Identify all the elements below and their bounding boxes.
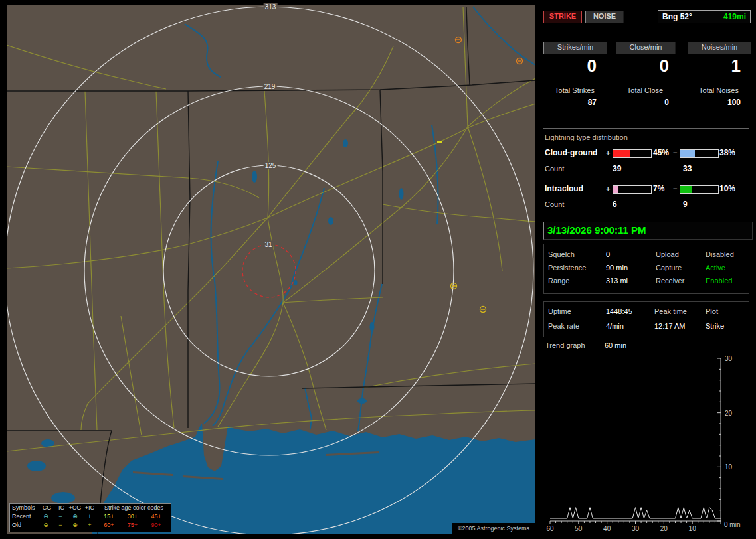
uptime-label: Uptime bbox=[548, 307, 571, 316]
squelch-value: 0 bbox=[606, 250, 610, 259]
upload-status: Disabled bbox=[706, 250, 734, 259]
age-code: 75+ bbox=[128, 521, 138, 530]
strikes-per-min-value: 0 bbox=[543, 56, 597, 77]
bearing-distance: 419mi bbox=[723, 12, 746, 21]
persistence-label: Persistence bbox=[548, 263, 586, 272]
receiver-label: Receiver bbox=[656, 276, 684, 285]
svg-text:20: 20 bbox=[660, 525, 668, 532]
upload-label: Upload bbox=[656, 250, 679, 259]
range-ring-label-219: 219 bbox=[263, 83, 277, 90]
close-per-min-value: 0 bbox=[616, 56, 669, 77]
noises-per-min-button[interactable]: Noises/min bbox=[688, 42, 751, 54]
svg-text:30: 30 bbox=[725, 355, 733, 362]
capture-status: Active bbox=[706, 263, 725, 272]
cloud-ground-count-row: Count 39 33 bbox=[541, 165, 756, 174]
svg-text:0 min: 0 min bbox=[724, 521, 740, 528]
total-close-value: 0 bbox=[616, 98, 669, 107]
separator bbox=[543, 128, 749, 129]
peak-rate-label: Peak rate bbox=[548, 321, 579, 331]
legend-row-recent-label: Recent bbox=[10, 512, 39, 521]
legend-symbols-header: Symbols bbox=[10, 504, 39, 512]
total-noises-value: 100 bbox=[688, 98, 741, 107]
svg-text:10: 10 bbox=[689, 525, 697, 532]
squelch-label: Squelch bbox=[548, 250, 575, 259]
date-time-display: 3/13/2026 9:00:11 PM bbox=[543, 222, 753, 240]
svg-text:10: 10 bbox=[725, 463, 733, 471]
cloud-ground-label: Cloud-ground bbox=[545, 149, 597, 157]
range-ring-label-313: 313 bbox=[264, 3, 278, 11]
age-code: 90+ bbox=[151, 521, 161, 530]
ic-minus-count: 9 bbox=[683, 200, 688, 209]
trend-window-value: 60 min bbox=[605, 341, 626, 349]
age-code: 15+ bbox=[104, 512, 114, 521]
minus-icon: − bbox=[53, 521, 68, 530]
total-close-label: Total Close bbox=[616, 86, 674, 94]
svg-text:30: 30 bbox=[632, 525, 640, 532]
range-label: Range bbox=[548, 276, 569, 285]
copyright-notice: ©2005 Astrogenic Systems bbox=[452, 523, 535, 534]
plus-icon: + bbox=[82, 521, 97, 530]
peak-time-label: Peak time bbox=[654, 307, 687, 316]
distribution-title: Lightning type distribution bbox=[545, 133, 628, 141]
ic-plus-bar bbox=[613, 185, 652, 194]
age-code: 60+ bbox=[104, 521, 114, 530]
ic-minus-percent: 10% bbox=[719, 185, 735, 193]
plot-mode-value: Strike bbox=[706, 321, 724, 331]
strike-toggle-button[interactable]: STRIKE bbox=[543, 11, 582, 23]
ic-minus-bar bbox=[680, 185, 719, 194]
svg-text:60: 60 bbox=[546, 525, 554, 532]
bearing-label: Bng 52° bbox=[662, 12, 692, 21]
range-ring-label-31: 31 bbox=[263, 241, 273, 248]
settings-box: Squelch 0 Upload Disabled Persistence 90… bbox=[543, 244, 749, 294]
distribution-row-intracloud: Intracloud + 7% − 10% bbox=[541, 185, 756, 194]
trend-graph-header: Trend graph 60 min bbox=[541, 341, 756, 350]
cg-minus-percent: 38% bbox=[719, 149, 735, 157]
intracloud-count-row: Count 6 9 bbox=[541, 200, 756, 210]
circle-minus-icon: ⊖ bbox=[39, 521, 53, 530]
range-ring-label-125: 125 bbox=[264, 162, 278, 169]
map-legend: Symbols -CG -IC +CG +IC Strike age color… bbox=[9, 503, 171, 532]
range-value: 313 mi bbox=[606, 276, 628, 285]
legend-col--ic: -IC bbox=[53, 504, 68, 512]
ic-plus-percent: 7% bbox=[653, 185, 664, 193]
noise-toggle-button[interactable]: NOISE bbox=[585, 11, 624, 23]
circle-minus-icon: ⊖ bbox=[39, 512, 53, 521]
intracloud-label: Intracloud bbox=[545, 185, 583, 193]
bearing-readout: Bng 52° 419mi bbox=[658, 10, 751, 23]
trend-graph-label: Trend graph bbox=[545, 341, 585, 349]
plus-sign: + bbox=[606, 185, 610, 193]
ic-plus-count: 6 bbox=[613, 200, 617, 209]
circle-plus-icon: ⊕ bbox=[68, 512, 82, 521]
distribution-row-cloud-ground: Cloud-ground + 45% − 38% bbox=[541, 149, 756, 158]
uptime-value: 1448:45 bbox=[606, 307, 632, 316]
svg-text:20: 20 bbox=[725, 410, 733, 417]
persistence-value: 90 min bbox=[606, 263, 628, 272]
cg-plus-bar bbox=[613, 149, 652, 158]
strikes-per-min-button[interactable]: Strikes/min bbox=[543, 42, 607, 54]
legend-col--cg: -CG bbox=[39, 504, 53, 512]
age-code: 30+ bbox=[128, 512, 138, 521]
close-per-min-button[interactable]: Close/min bbox=[616, 42, 676, 54]
count-label: Count bbox=[545, 200, 564, 209]
cg-plus-count: 39 bbox=[613, 165, 621, 173]
peak-time-value: 12:17 AM bbox=[654, 321, 685, 331]
lightning-map[interactable]: 313 219 125 31 Symbols -CG -IC +CG +IC S… bbox=[7, 5, 535, 534]
cg-minus-count: 33 bbox=[683, 165, 692, 173]
plus-sign: + bbox=[606, 149, 610, 157]
count-label: Count bbox=[545, 165, 564, 173]
legend-row-old-label: Old bbox=[10, 521, 39, 530]
plot-label: Plot bbox=[706, 307, 718, 316]
total-noises-label: Total Noises bbox=[688, 86, 750, 94]
control-panel: STRIKE NOISE Bng 52° 419mi Strikes/min C… bbox=[541, 0, 756, 539]
cg-plus-percent: 45% bbox=[653, 149, 669, 157]
trend-graph: 3020106050403020100 min bbox=[541, 352, 756, 538]
legend-age-header: Strike age color codes bbox=[97, 504, 171, 512]
svg-text:40: 40 bbox=[603, 525, 611, 532]
receiver-status: Enabled bbox=[706, 276, 732, 285]
capture-label: Capture bbox=[656, 263, 682, 272]
circle-plus-icon: ⊕ bbox=[68, 521, 82, 530]
total-strikes-value: 87 bbox=[543, 98, 597, 107]
noises-per-min-value: 1 bbox=[688, 56, 741, 77]
svg-text:50: 50 bbox=[575, 525, 583, 532]
cg-minus-bar bbox=[680, 149, 719, 158]
